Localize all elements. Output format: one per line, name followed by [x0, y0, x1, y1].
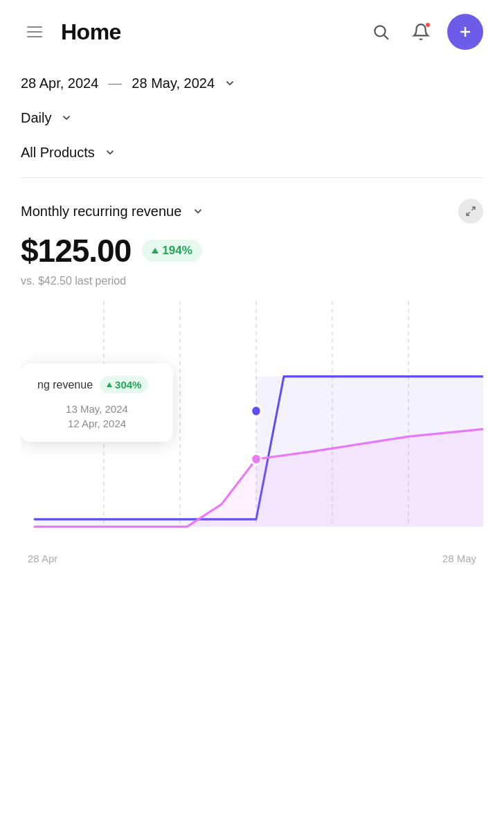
page-title: Home	[61, 19, 121, 45]
chevron-down-icon	[224, 77, 236, 89]
metric-title: Monthly recurring revenue	[21, 204, 181, 220]
metric-dropdown-button[interactable]	[188, 202, 208, 221]
date-dash: —	[108, 75, 122, 91]
trend-up-icon	[152, 248, 159, 253]
chart-area: ng revenue 304% 13 May, 2024 12 Apr, 202…	[21, 301, 483, 564]
x-label-start: 28 Apr	[28, 553, 57, 564]
metric-value: $125.00	[21, 232, 131, 269]
tooltip-badge-text: 304%	[115, 379, 141, 391]
svg-point-11	[251, 406, 261, 416]
menu-button[interactable]	[21, 18, 48, 46]
metric-header: Monthly recurring revenue	[21, 199, 483, 224]
granularity-label: Daily	[21, 110, 51, 126]
chart-tooltip: ng revenue 304% 13 May, 2024 12 Apr, 202…	[21, 364, 173, 442]
date-start: 28 Apr, 2024	[21, 75, 98, 91]
tooltip-title: ng revenue	[37, 379, 93, 391]
hamburger-line-2	[27, 31, 42, 33]
app-header: Home	[0, 0, 504, 61]
chevron-down-icon	[60, 111, 73, 124]
date-range-filter: 28 Apr, 2024 — 28 May, 2024	[21, 73, 483, 93]
svg-point-0	[375, 26, 385, 36]
hamburger-line-3	[27, 36, 42, 37]
metric-title-row: Monthly recurring revenue	[21, 202, 208, 221]
product-filter: All Products	[21, 143, 483, 162]
add-icon	[457, 24, 474, 40]
chevron-down-icon	[104, 146, 116, 159]
expand-button[interactable]	[458, 199, 483, 224]
tooltip-title-row: ng revenue 304%	[37, 376, 156, 393]
svg-point-12	[251, 454, 261, 464]
svg-line-4	[471, 207, 475, 211]
date-range-dropdown-button[interactable]	[220, 73, 240, 93]
product-dropdown-button[interactable]	[100, 143, 120, 162]
search-icon	[372, 23, 390, 41]
header-left: Home	[21, 18, 121, 46]
metric-value-row: $125.00 194%	[21, 232, 483, 269]
notification-dot	[425, 22, 431, 28]
header-right	[367, 14, 483, 50]
svg-line-5	[467, 212, 470, 215]
notifications-button[interactable]	[407, 18, 435, 46]
metric-badge: 194%	[142, 240, 201, 262]
date-end: 28 May, 2024	[132, 75, 215, 91]
granularity-filter: Daily	[21, 108, 483, 127]
tooltip-date-current: 13 May, 2024	[37, 403, 156, 415]
metric-comparison: vs. $42.50 last period	[21, 275, 483, 287]
tooltip-trend-icon	[107, 382, 112, 387]
x-axis: 28 Apr 28 May	[21, 553, 483, 564]
tooltip-dates: 13 May, 2024 12 Apr, 2024	[37, 403, 156, 429]
expand-icon	[465, 206, 476, 217]
x-label-end: 28 May	[442, 553, 476, 564]
granularity-dropdown-button[interactable]	[57, 108, 76, 127]
product-filter-label: All Products	[21, 145, 95, 161]
add-button[interactable]	[447, 14, 483, 50]
svg-line-1	[384, 35, 388, 39]
filters-section: 28 Apr, 2024 — 28 May, 2024 Daily All Pr…	[0, 61, 504, 162]
search-button[interactable]	[367, 18, 395, 46]
tooltip-badge: 304%	[100, 376, 148, 393]
metric-section: Monthly recurring revenue $125.00 194% v…	[0, 178, 504, 564]
hamburger-line-1	[27, 26, 42, 28]
chevron-down-icon	[192, 205, 204, 217]
tooltip-date-previous: 12 Apr, 2024	[37, 418, 156, 429]
metric-badge-text: 194%	[162, 244, 192, 258]
